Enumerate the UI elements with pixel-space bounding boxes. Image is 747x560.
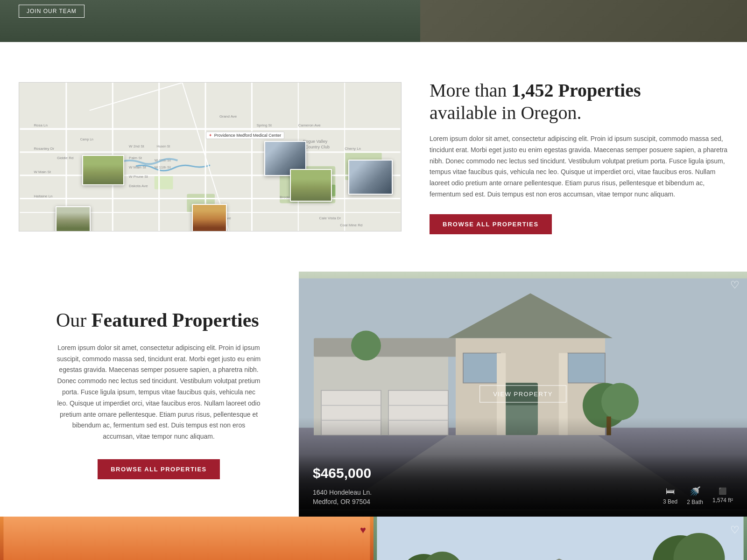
- svg-text:Rosanley Dr: Rosanley Dr: [34, 147, 54, 151]
- property-specs: 🛏 3 Bed 🚿 2 Bath ⬛ 1,574 ft²: [663, 486, 733, 505]
- svg-line-20: [90, 83, 183, 111]
- map-pin-2[interactable]: [56, 206, 91, 231]
- svg-text:Dakota Ave: Dakota Ave: [129, 183, 148, 188]
- svg-text:W Main St: W Main St: [34, 170, 51, 174]
- spec-baths: 🚿 2 Bath: [687, 486, 703, 505]
- map-pin-1[interactable]: [82, 155, 124, 185]
- favorite-button[interactable]: ♡: [730, 279, 740, 291]
- svg-text:Camp Ln: Camp Ln: [80, 138, 93, 141]
- property-price: $465,000: [313, 465, 733, 481]
- map-pin-6[interactable]: [348, 160, 393, 195]
- svg-text:Coal Mine Rd: Coal Mine Rd: [340, 223, 362, 227]
- properties-description: Lorem ipsum dolor sit amet, consectetur …: [430, 133, 728, 200]
- baths-label: 2 Bath: [687, 499, 703, 505]
- svg-text:Spring St: Spring St: [256, 123, 272, 127]
- property-address-specs: 1640 Hondeleau Ln. Medford, OR 97504 🛏 3…: [313, 481, 733, 505]
- svg-text:W 11th St: W 11th St: [155, 165, 171, 169]
- properties-info: More than 1,452 Properties available in …: [430, 79, 728, 234]
- svg-text:Giddle Rd: Giddle Rd: [57, 156, 73, 160]
- svg-rect-69: [4, 517, 370, 560]
- map-pin-3[interactable]: [192, 204, 227, 231]
- svg-text:Rogue Valley: Rogue Valley: [303, 139, 328, 144]
- sqft-icon: ⬛: [719, 487, 726, 495]
- svg-text:W 10th St: W 10th St: [155, 158, 171, 162]
- beds-label: 3 Bed: [663, 498, 677, 505]
- svg-text:Grand Ave: Grand Ave: [219, 114, 237, 118]
- featured-text-column: Our Featured Properties Lorem ipsum dolo…: [0, 272, 299, 517]
- svg-text:Cherry Ln: Cherry Ln: [345, 147, 361, 151]
- property-address: 1640 Hondeleau Ln.: [313, 489, 372, 496]
- featured-browse-button[interactable]: BROWSE ALL PROPERTIES: [98, 459, 220, 479]
- spec-beds: 🛏 3 Bed: [663, 486, 677, 505]
- map-properties-section: Rosa Ln Rosanley Dr W Main St Haltaine L…: [0, 42, 747, 272]
- svg-text:Rosa Ln: Rosa Ln: [34, 123, 48, 127]
- bottom-property-card-left[interactable]: ♥: [0, 517, 374, 560]
- svg-text:W 2nd St: W 2nd St: [129, 144, 144, 148]
- svg-text:Husen St: Husen St: [157, 145, 170, 148]
- join-team-button[interactable]: JOIN OUR TEAM: [19, 5, 85, 18]
- spec-sqft: ⬛ 1,574 ft²: [712, 487, 733, 504]
- svg-text:Haltaine Ln: Haltaine Ln: [34, 194, 52, 198]
- properties-heading: More than 1,452 Properties available in …: [430, 79, 728, 124]
- view-property-btn-container: VIEW PROPERTY: [479, 385, 566, 403]
- svg-text:Country Club: Country Club: [305, 145, 330, 149]
- bottom-property-card-right[interactable]: ♡: [374, 517, 747, 560]
- map-container: Rosa Ln Rosanley Dr W Main St Haltaine L…: [19, 82, 402, 231]
- svg-text:Cale Vista Dr: Cale Vista Dr: [319, 216, 341, 220]
- featured-description: Lorem ipsum dolor sit amet, consectetur …: [56, 343, 261, 442]
- bath-icon: 🚿: [689, 486, 701, 497]
- svg-rect-6: [155, 175, 173, 189]
- favorite-button-right[interactable]: ♡: [730, 524, 740, 536]
- featured-property-card[interactable]: ♡ VIEW PROPERTY $465,000 1640 Hondeleau …: [299, 272, 747, 517]
- bed-icon: 🛏: [666, 486, 675, 497]
- featured-heading: Our Featured Properties: [56, 309, 261, 331]
- svg-text:Palm St: Palm St: [129, 156, 142, 160]
- map-pin-5[interactable]: [290, 169, 332, 202]
- featured-section: Our Featured Properties Lorem ipsum dolo…: [0, 272, 747, 517]
- svg-text:W Main St: W Main St: [129, 165, 146, 169]
- map-medical-center-tag: + Providence Medford Medical Center: [206, 132, 284, 139]
- favorite-button-left[interactable]: ♥: [360, 524, 366, 536]
- bottom-properties-row: ♥: [0, 517, 747, 560]
- view-property-button[interactable]: VIEW PROPERTY: [479, 385, 566, 403]
- svg-text:W Prune St: W Prune St: [129, 175, 148, 179]
- svg-text:Cameron Ave: Cameron Ave: [298, 123, 321, 127]
- browse-all-properties-button[interactable]: BROWSE ALL PROPERTIES: [430, 214, 552, 234]
- hero-section: JOIN OUR TEAM: [0, 0, 747, 42]
- svg-rect-86: [377, 517, 744, 560]
- sqft-label: 1,574 ft²: [712, 497, 733, 504]
- property-city-state: Medford, OR 97504: [313, 498, 372, 505]
